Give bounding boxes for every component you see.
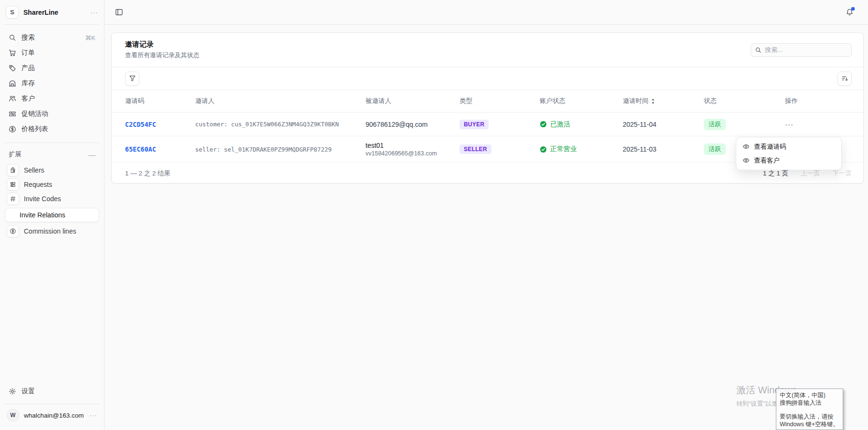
column-header-account-status: 账户状态 (540, 97, 623, 105)
prev-page-button[interactable]: 上一页 (801, 169, 820, 178)
column-header-code: 邀请码 (125, 97, 195, 105)
sidebar-item-price-lists[interactable]: 价格列表 (5, 122, 99, 137)
table-search (751, 43, 852, 57)
check-circle-icon (540, 121, 547, 128)
search-icon (9, 34, 16, 41)
sidebar-item-label: 订单 (21, 49, 35, 57)
account-status-cell: 已激活 (540, 120, 623, 129)
tag-icon (9, 64, 16, 72)
sort-updown-icon (651, 98, 655, 104)
sidebar-item-label: 设置 (21, 387, 35, 396)
sidebar-item-customers[interactable]: 客户 (5, 91, 99, 106)
sidebar-item-label: 产品 (21, 64, 35, 72)
sidebar-item-label: Invite Codes (24, 195, 61, 203)
sidebar-item-label: Invite Relations (20, 211, 65, 219)
status-badge: 活跃 (704, 143, 726, 155)
cart-icon (9, 49, 16, 57)
sidebar-item-label: Requests (24, 181, 52, 188)
column-header-type: 类型 (460, 97, 540, 105)
sidebar-item-sellers[interactable]: Sellers (5, 163, 99, 177)
rows-icon (7, 178, 19, 191)
dollar-icon (7, 225, 19, 237)
sidebar-item-commission-lines[interactable]: Commission lines (5, 224, 99, 238)
sidebar-item-promotions[interactable]: 促销活动 (5, 106, 99, 122)
sidebar-item-label: 价格列表 (21, 125, 48, 133)
invite-date-cell: 2025-11-04 (623, 121, 704, 128)
search-input[interactable] (751, 43, 852, 57)
eye-icon (743, 143, 750, 150)
filter-row (112, 67, 863, 90)
check-circle-icon (540, 146, 547, 153)
panel-left-icon (115, 8, 123, 16)
main-area: 邀请记录 查看所有邀请记录及其状态 邀请码 邀请人 被邀请人 类型 账户状态 邀 (105, 0, 868, 430)
account-status-label: 正常营业 (550, 145, 577, 154)
invitee-email: vv15842069565@163.com (366, 150, 460, 157)
extensions-header: 扩展 — (5, 146, 99, 163)
customers-icon (9, 95, 16, 102)
inventory-icon (9, 80, 16, 87)
sidebar-item-label: 客户 (21, 94, 35, 103)
sort-rows-icon (841, 75, 848, 82)
ime-gap (780, 407, 839, 413)
inviter-cell: seller: sel_01K7DRAKE0PZ99MQDGRFP87229 (195, 146, 366, 153)
notifications-button[interactable] (844, 6, 856, 18)
sidebar-item-label: 促销活动 (21, 110, 48, 118)
sidebar-item-requests[interactable]: Requests (5, 177, 99, 192)
invite-code-link[interactable]: 65EC60AC (125, 145, 156, 153)
user-menu[interactable]: W whalchain@163.com ··· (5, 404, 99, 426)
next-page-button[interactable]: 下一页 (833, 169, 852, 178)
sidebar-item-inventory[interactable]: 库存 (5, 76, 99, 91)
app-logo: S (6, 6, 19, 19)
gear-icon (9, 388, 16, 395)
inviter-cell: customer: cus_01K7E5W066Z3NM4GQ3Z9KT0BKN (195, 121, 366, 128)
account-status-cell: 正常营业 (540, 145, 623, 154)
page-info: 1 之 1 页 (763, 169, 788, 178)
sidebar-item-orders[interactable]: 订单 (5, 45, 99, 61)
hash-icon (7, 193, 19, 205)
sidebar-extensions: 扩展 — Sellers Requests Invite Codes Invit… (5, 143, 99, 238)
column-header-status: 状态 (704, 97, 785, 105)
menu-item-label: 查看客户 (754, 156, 780, 165)
filter-button[interactable] (125, 72, 139, 86)
sidebar-nav: 搜索 ⌘K 订单 产品 库存 客户 促销活动 价格列表 (5, 25, 99, 137)
sidebar-item-invite-codes[interactable]: Invite Codes (5, 192, 99, 206)
sidebar-item-settings[interactable]: 设置 (5, 384, 99, 399)
eye-icon (743, 157, 750, 164)
sidebar-item-products[interactable]: 产品 (5, 61, 99, 76)
type-badge: BUYER (460, 120, 489, 129)
card-header: 邀请记录 查看所有邀请记录及其状态 (112, 33, 863, 67)
page-subtitle: 查看所有邀请记录及其状态 (125, 51, 199, 60)
sidebar-spacer (5, 238, 99, 384)
avatar: W (7, 409, 19, 421)
sidebar-item-label: Commission lines (24, 227, 76, 235)
table-header-row: 邀请码 邀请人 被邀请人 类型 账户状态 邀请时间 状态 操作 (112, 90, 863, 113)
user-menu-button[interactable]: ··· (89, 412, 97, 419)
row-actions-button[interactable]: ··· (785, 120, 794, 128)
card-title-block: 邀请记录 查看所有邀请记录及其状态 (125, 40, 199, 60)
ime-hint-line1: 要切换输入法，请按 (780, 413, 839, 421)
extensions-title: 扩展 (9, 150, 21, 159)
page-title: 邀请记录 (125, 40, 199, 49)
column-header-invite-time[interactable]: 邀请时间 (623, 97, 704, 105)
sidebar-item-invite-relations[interactable]: Invite Relations (5, 208, 99, 222)
sidebar: S SharerLine ··· 搜索 ⌘K 订单 产品 库存 客户 促销活动 (0, 0, 105, 430)
sort-settings-button[interactable] (837, 72, 852, 86)
collapse-icon[interactable]: — (88, 151, 95, 159)
notification-dot (851, 7, 855, 10)
app-menu-button[interactable]: ··· (90, 9, 98, 16)
column-header-inviter: 邀请人 (195, 97, 366, 105)
app-header: S SharerLine ··· (5, 0, 99, 25)
menu-item-view-invite-code[interactable]: 查看邀请码 (739, 140, 839, 154)
menu-item-view-customer[interactable]: 查看客户 (739, 154, 839, 167)
ime-input-method: 搜狗拼音输入法 (780, 399, 839, 407)
invite-code-link[interactable]: C2CD54FC (125, 121, 156, 128)
search-shortcut: ⌘K (85, 34, 95, 41)
table-row: C2CD54FC customer: cus_01K7E5W066Z3NM4GQ… (112, 113, 863, 136)
topbar (105, 0, 868, 25)
invite-date-cell: 2025-11-03 (623, 145, 704, 153)
user-email: whalchain@163.com (24, 412, 84, 419)
ime-tooltip: 中文(简体，中国) 搜狗拼音输入法 要切换输入法，请按 Windows 键+空格… (776, 389, 843, 430)
sidebar-toggle-button[interactable] (113, 6, 125, 18)
sidebar-item-search[interactable]: 搜索 ⌘K (5, 30, 99, 45)
account-status-label: 已激活 (550, 120, 570, 129)
